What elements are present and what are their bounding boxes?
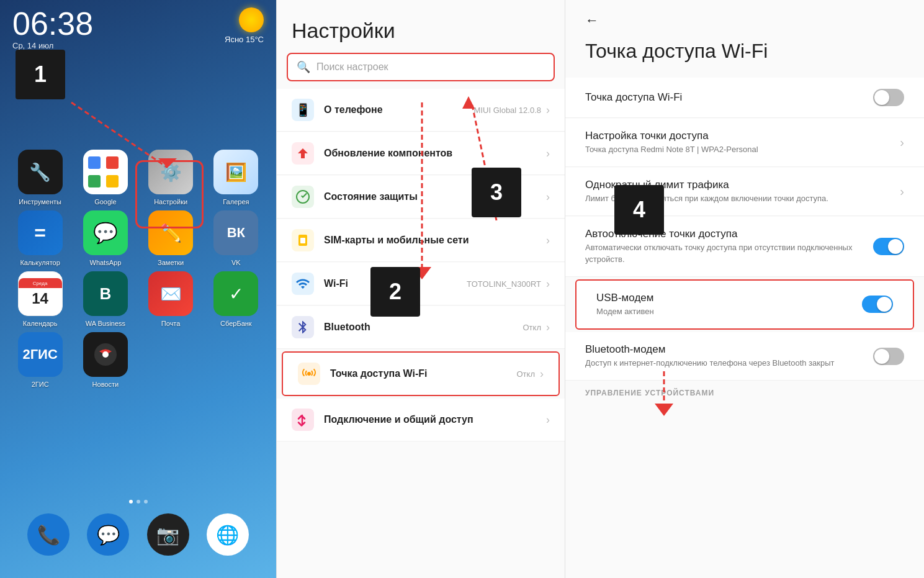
app-icon-2gis: 2ГИС [18, 332, 63, 377]
wifi-hotspot-toggle[interactable] [873, 89, 904, 106]
weather-icon [239, 7, 264, 32]
hotspot-config-row[interactable]: Настройка точки доступа Точка доступа Re… [565, 119, 924, 167]
about-icon: 📱 [292, 99, 314, 121]
app-item-news[interactable]: Новости [75, 332, 135, 388]
app-label-calculator: Калькулятор [20, 259, 60, 266]
settings-highlight-border [135, 160, 204, 228]
connection-chevron: › [546, 413, 550, 427]
right-panel-header: ← [565, 0, 924, 35]
settings-item-hotspot[interactable]: Точка доступа Wi-Fi Откл › [282, 351, 560, 396]
hotspot-config-sublabel: Точка доступа Redmi Note 8T | WPA2-Perso… [585, 144, 900, 155]
settings-item-bluetooth[interactable]: Bluetooth Откл › [277, 306, 565, 349]
app-label-google: Google [94, 198, 116, 205]
about-chevron: › [546, 104, 550, 117]
settings-item-about[interactable]: 📱 О телефоне MIUI Global 12.0.8 › [277, 89, 565, 132]
hotspot-config-chevron: › [900, 135, 904, 150]
settings-item-connection[interactable]: Подключение и общий доступ › [277, 399, 565, 441]
back-button[interactable]: ← [585, 12, 599, 29]
hotspot-config-label: Настройка точки доступа [585, 130, 900, 142]
auto-off-toggle[interactable] [873, 238, 904, 255]
time-display: 06:38 [12, 7, 93, 40]
bluetooth-modem-sublabel: Доступ к интернет-подключению телефона ч… [585, 358, 863, 369]
app-item-calendar[interactable]: Среда 14 Календарь [10, 271, 70, 327]
bluetooth-modem-knob [874, 349, 889, 364]
bluetooth-value: Откл [523, 323, 542, 332]
weather-area: Ясно 15°C [225, 7, 264, 44]
usb-modem-sublabel: Модем активен [596, 306, 852, 317]
dock-camera-icon: 📷 [147, 513, 189, 556]
dock-phone[interactable]: 📞 [27, 513, 70, 556]
status-bar: 06:38 Ср, 14 июл Ясно 15°C [0, 0, 276, 50]
settings-item-wifi[interactable]: Wi-Fi TOTOLINK_N300RT › [277, 263, 565, 305]
hotspot-icon [298, 363, 320, 385]
app-label-2gis: 2ГИС [32, 381, 49, 388]
svg-point-5 [307, 372, 311, 376]
app-icon-whatsapp: 💬 [83, 210, 128, 255]
update-chevron: › [546, 147, 550, 160]
app-icon-calendar: Среда 14 [18, 271, 63, 316]
sim-icon [292, 229, 314, 251]
bluetooth-modem-toggle[interactable] [873, 348, 904, 365]
app-icon-instruments: 🔧 [18, 150, 63, 194]
update-title: Обновление компонентов [324, 148, 541, 159]
settings-item-security[interactable]: Состояние защиты › [277, 176, 565, 219]
app-label-gallery: Галерея [223, 198, 249, 205]
devices-section-header: УПРАВЛЕНИЕ УСТРОЙСТВАМИ [565, 381, 924, 401]
wifi-icon [292, 273, 314, 295]
app-label-vk: VK [231, 259, 241, 266]
step-4-badge: 4 [614, 185, 664, 235]
app-item-whatsapp[interactable]: 💬 WhatsApp [75, 210, 135, 266]
search-placeholder: Поиск настроек [316, 61, 388, 73]
traffic-limit-chevron: › [900, 184, 904, 199]
app-label-calendar: Календарь [23, 320, 58, 327]
bluetooth-chevron: › [546, 321, 550, 334]
app-item-gallery[interactable]: 🖼️ Галерея [206, 150, 266, 205]
about-title: О телефоне [324, 104, 474, 115]
usb-modem-row[interactable]: USB-модем Модем активен [575, 279, 914, 330]
dock-phone-icon: 📞 [27, 513, 70, 556]
wifi-hotspot-knob [874, 90, 889, 105]
search-box[interactable]: 🔍 Поиск настроек [287, 53, 555, 81]
wifi-hotspot-row[interactable]: Точка доступа Wi-Fi [565, 78, 924, 118]
app-item-instruments[interactable]: 🔧 Инструменты [10, 150, 70, 205]
app-label-wabusiness: WA Business [86, 320, 125, 327]
app-item-wabusiness[interactable]: B WA Business [75, 271, 135, 327]
app-icon-wabusiness: B [83, 271, 128, 316]
bluetooth-icon [292, 316, 314, 338]
app-label-mail: Почта [161, 320, 181, 327]
settings-item-sim[interactable]: SIM-карты и мобильные сети › [277, 219, 565, 262]
about-content: О телефоне [324, 104, 474, 115]
step-1-badge: 1 [16, 50, 65, 99]
app-item-2gis[interactable]: 2ГИС 2ГИС [10, 332, 70, 388]
step-2-badge: 2 [370, 267, 420, 317]
update-icon [292, 142, 314, 165]
app-item-mail[interactable]: ✉️ Почта [141, 271, 201, 327]
bluetooth-modem-row[interactable]: Bluetooth-модем Доступ к интернет-подклю… [565, 332, 924, 381]
settings-item-update[interactable]: Обновление компонентов › [277, 132, 565, 175]
app-item-calculator[interactable]: = Калькулятор [10, 210, 70, 266]
dock-messages[interactable]: 💬 [87, 513, 129, 556]
app-item-google[interactable]: Google [75, 150, 135, 205]
auto-off-knob [888, 239, 903, 254]
wifi-hotspot-info: Точка доступа Wi-Fi [585, 91, 863, 104]
app-item-vk[interactable]: ВК VK [206, 210, 266, 266]
dock-chrome[interactable]: 🌐 [207, 513, 249, 556]
bluetooth-title: Bluetooth [324, 322, 523, 333]
usb-modem-info: USB-модем Модем активен [596, 292, 852, 317]
wifi-hotspot-label: Точка доступа Wi-Fi [585, 91, 863, 104]
bluetooth-modem-label: Bluetooth-модем [585, 343, 863, 356]
hotspot-value: Откл [517, 369, 536, 379]
settings-title: Настройки [277, 0, 565, 53]
app-icon-gallery: 🖼️ [213, 150, 258, 194]
app-icon-google [83, 150, 128, 194]
app-item-sberbank[interactable]: ✓ СберБанк [206, 271, 266, 327]
sim-content: SIM-карты и мобильные сети [324, 235, 541, 246]
connection-icon [292, 409, 314, 431]
usb-modem-toggle[interactable] [862, 296, 893, 313]
connection-title: Подключение и общий доступ [324, 414, 541, 425]
home-screen: 06:38 Ср, 14 июл Ясно 15°C 1 🔧 Инструмен… [0, 0, 276, 578]
usb-modem-knob [877, 297, 892, 312]
right-panel-title: Точка доступа Wi-Fi [565, 35, 924, 78]
sim-chevron: › [546, 234, 550, 247]
dock-camera[interactable]: 📷 [147, 513, 189, 556]
